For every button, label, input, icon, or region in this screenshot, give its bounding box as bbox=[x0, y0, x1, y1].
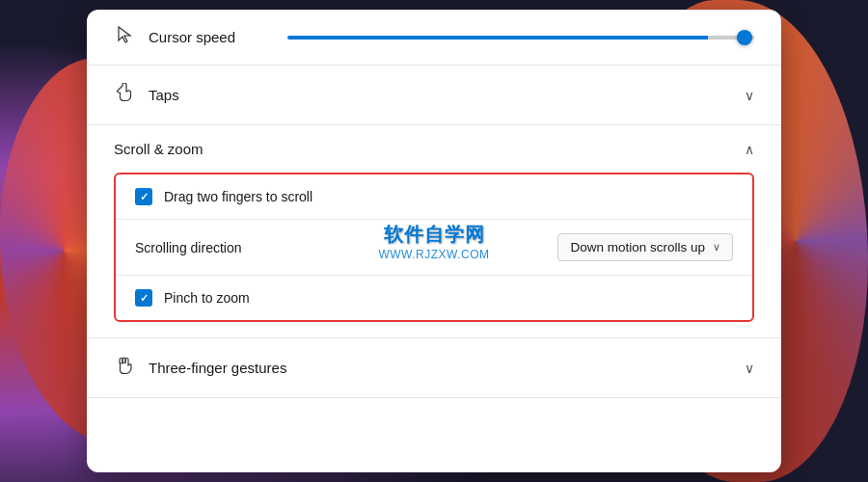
cursor-speed-slider-track[interactable] bbox=[287, 36, 754, 40]
three-finger-label: Three-finger gestures bbox=[149, 360, 731, 376]
scrolling-direction-row: Scrolling direction Down motion scrolls … bbox=[116, 220, 752, 276]
taps-chevron: ∨ bbox=[745, 88, 754, 103]
cursor-speed-slider-thumb[interactable] bbox=[737, 30, 752, 45]
scroll-zoom-label: Scroll & zoom bbox=[114, 141, 731, 157]
settings-panel: Cursor speed Taps ∨ Scroll & zoom ∧ bbox=[87, 10, 781, 472]
three-finger-header[interactable]: Three-finger gestures ∨ bbox=[87, 338, 781, 397]
taps-section-header[interactable]: Taps ∨ bbox=[87, 66, 781, 124]
drag-two-fingers-row: Drag two fingers to scroll bbox=[116, 174, 752, 220]
pinch-to-zoom-row: Pinch to zoom bbox=[116, 276, 752, 320]
taps-label: Taps bbox=[149, 87, 731, 103]
scroll-zoom-chevron: ∧ bbox=[745, 142, 754, 157]
cursor-icon bbox=[114, 25, 135, 49]
pinch-to-zoom-label: Pinch to zoom bbox=[164, 290, 733, 306]
three-finger-icon bbox=[114, 356, 135, 380]
cursor-speed-section: Cursor speed bbox=[87, 10, 781, 66]
cursor-speed-label: Cursor speed bbox=[149, 29, 274, 45]
scroll-zoom-section: Scroll & zoom ∧ Drag two fingers to scro… bbox=[87, 125, 781, 338]
scroll-zoom-content-box: Drag two fingers to scroll Scrolling dir… bbox=[114, 173, 754, 322]
drag-two-fingers-label: Drag two fingers to scroll bbox=[164, 189, 733, 204]
scrolling-direction-dropdown[interactable]: Down motion scrolls up ∨ bbox=[557, 233, 733, 261]
drag-two-fingers-checkbox[interactable] bbox=[135, 188, 152, 205]
taps-icon bbox=[114, 83, 135, 107]
three-finger-section: Three-finger gestures ∨ bbox=[87, 338, 781, 398]
three-finger-chevron: ∨ bbox=[745, 361, 754, 376]
scrolling-direction-label: Scrolling direction bbox=[135, 240, 557, 255]
pinch-to-zoom-checkbox[interactable] bbox=[135, 289, 152, 307]
taps-section: Taps ∨ bbox=[87, 66, 781, 125]
slider-container bbox=[287, 36, 754, 40]
chevron-down-icon: ∨ bbox=[713, 241, 720, 254]
dropdown-value: Down motion scrolls up bbox=[570, 240, 705, 254]
scroll-zoom-header[interactable]: Scroll & zoom ∧ bbox=[87, 125, 781, 173]
